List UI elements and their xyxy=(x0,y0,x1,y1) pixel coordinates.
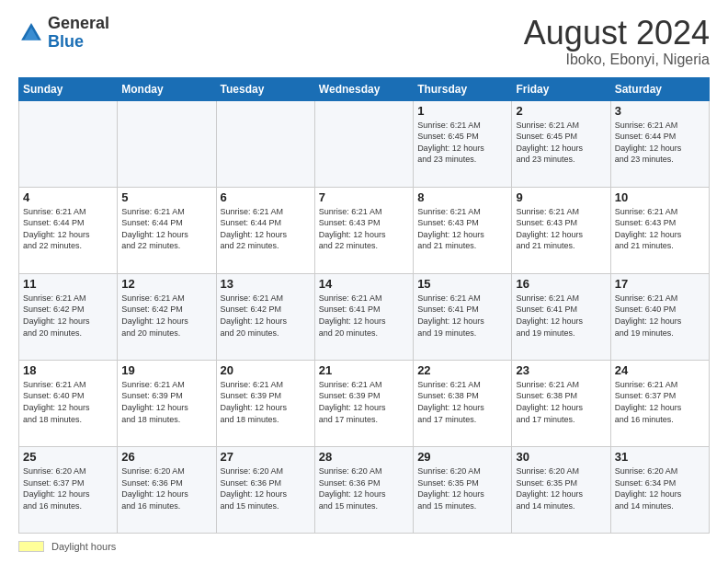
day-cell: 3Sunrise: 6:21 AM Sunset: 6:44 PM Daylig… xyxy=(610,100,709,187)
day-cell: 8Sunrise: 6:21 AM Sunset: 6:43 PM Daylig… xyxy=(414,187,512,273)
weekday-header-thursday: Thursday xyxy=(414,77,512,100)
day-info: Sunrise: 6:20 AM Sunset: 6:35 PM Dayligh… xyxy=(417,465,507,511)
day-info: Sunrise: 6:20 AM Sunset: 6:36 PM Dayligh… xyxy=(221,465,311,511)
day-number: 6 xyxy=(221,190,311,204)
day-info: Sunrise: 6:21 AM Sunset: 6:43 PM Dayligh… xyxy=(516,206,606,252)
weekday-header-friday: Friday xyxy=(512,77,610,100)
day-cell xyxy=(314,100,413,187)
day-info: Sunrise: 6:21 AM Sunset: 6:45 PM Dayligh… xyxy=(516,120,606,166)
day-number: 14 xyxy=(319,277,409,291)
calendar-title: August 2024 xyxy=(524,15,710,52)
day-info: Sunrise: 6:21 AM Sunset: 6:44 PM Dayligh… xyxy=(221,206,311,252)
day-info: Sunrise: 6:21 AM Sunset: 6:40 PM Dayligh… xyxy=(23,379,113,425)
day-cell xyxy=(19,100,118,187)
logo-general: General xyxy=(48,15,109,33)
day-cell: 15Sunrise: 6:21 AM Sunset: 6:41 PM Dayli… xyxy=(414,273,512,360)
day-number: 9 xyxy=(516,190,606,204)
day-cell: 28Sunrise: 6:20 AM Sunset: 6:36 PM Dayli… xyxy=(314,446,413,533)
day-cell: 11Sunrise: 6:21 AM Sunset: 6:42 PM Dayli… xyxy=(19,273,118,360)
day-info: Sunrise: 6:21 AM Sunset: 6:39 PM Dayligh… xyxy=(121,379,211,425)
day-cell: 9Sunrise: 6:21 AM Sunset: 6:43 PM Daylig… xyxy=(512,187,610,273)
day-info: Sunrise: 6:20 AM Sunset: 6:36 PM Dayligh… xyxy=(121,465,211,511)
day-info: Sunrise: 6:21 AM Sunset: 6:42 PM Dayligh… xyxy=(23,293,113,339)
day-cell: 7Sunrise: 6:21 AM Sunset: 6:43 PM Daylig… xyxy=(314,187,413,273)
day-info: Sunrise: 6:21 AM Sunset: 6:44 PM Dayligh… xyxy=(121,206,211,252)
day-info: Sunrise: 6:21 AM Sunset: 6:43 PM Dayligh… xyxy=(417,206,507,252)
day-info: Sunrise: 6:21 AM Sunset: 6:43 PM Dayligh… xyxy=(319,206,409,252)
day-cell: 17Sunrise: 6:21 AM Sunset: 6:40 PM Dayli… xyxy=(610,273,709,360)
weekday-header-row: SundayMondayTuesdayWednesdayThursdayFrid… xyxy=(19,77,710,100)
day-cell: 1Sunrise: 6:21 AM Sunset: 6:45 PM Daylig… xyxy=(414,100,512,187)
day-number: 27 xyxy=(221,450,311,464)
weekday-header-monday: Monday xyxy=(118,77,216,100)
calendar-table: SundayMondayTuesdayWednesdayThursdayFrid… xyxy=(18,77,710,534)
day-number: 29 xyxy=(417,450,507,464)
day-number: 15 xyxy=(417,277,507,291)
day-number: 13 xyxy=(221,277,311,291)
day-number: 3 xyxy=(615,104,705,118)
day-number: 24 xyxy=(615,363,705,377)
day-number: 20 xyxy=(221,363,311,377)
day-number: 10 xyxy=(615,190,705,204)
page: General Blue August 2024 Iboko, Ebonyi, … xyxy=(0,0,728,563)
day-number: 19 xyxy=(121,363,211,377)
day-number: 12 xyxy=(121,277,211,291)
day-info: Sunrise: 6:21 AM Sunset: 6:44 PM Dayligh… xyxy=(615,120,705,166)
day-info: Sunrise: 6:21 AM Sunset: 6:41 PM Dayligh… xyxy=(417,293,507,339)
day-cell: 18Sunrise: 6:21 AM Sunset: 6:40 PM Dayli… xyxy=(19,360,118,446)
day-cell: 16Sunrise: 6:21 AM Sunset: 6:41 PM Dayli… xyxy=(512,273,610,360)
header: General Blue August 2024 Iboko, Ebonyi, … xyxy=(18,15,710,68)
day-number: 25 xyxy=(23,450,113,464)
day-number: 2 xyxy=(516,104,606,118)
day-info: Sunrise: 6:21 AM Sunset: 6:41 PM Dayligh… xyxy=(319,293,409,339)
day-number: 4 xyxy=(23,190,113,204)
day-info: Sunrise: 6:21 AM Sunset: 6:38 PM Dayligh… xyxy=(516,379,606,425)
weekday-header-saturday: Saturday xyxy=(610,77,709,100)
day-info: Sunrise: 6:20 AM Sunset: 6:35 PM Dayligh… xyxy=(516,465,606,511)
day-info: Sunrise: 6:21 AM Sunset: 6:40 PM Dayligh… xyxy=(615,293,705,339)
day-cell: 20Sunrise: 6:21 AM Sunset: 6:39 PM Dayli… xyxy=(216,360,314,446)
day-number: 30 xyxy=(516,450,606,464)
day-cell: 2Sunrise: 6:21 AM Sunset: 6:45 PM Daylig… xyxy=(512,100,610,187)
day-cell: 24Sunrise: 6:21 AM Sunset: 6:37 PM Dayli… xyxy=(610,360,709,446)
day-number: 26 xyxy=(121,450,211,464)
day-cell: 27Sunrise: 6:20 AM Sunset: 6:36 PM Dayli… xyxy=(216,446,314,533)
day-cell: 14Sunrise: 6:21 AM Sunset: 6:41 PM Dayli… xyxy=(314,273,413,360)
day-info: Sunrise: 6:21 AM Sunset: 6:38 PM Dayligh… xyxy=(417,379,507,425)
day-number: 17 xyxy=(615,277,705,291)
day-info: Sunrise: 6:21 AM Sunset: 6:43 PM Dayligh… xyxy=(615,206,705,252)
week-row-4: 18Sunrise: 6:21 AM Sunset: 6:40 PM Dayli… xyxy=(19,360,710,446)
day-cell: 10Sunrise: 6:21 AM Sunset: 6:43 PM Dayli… xyxy=(610,187,709,273)
day-cell: 19Sunrise: 6:21 AM Sunset: 6:39 PM Dayli… xyxy=(118,360,216,446)
day-info: Sunrise: 6:21 AM Sunset: 6:37 PM Dayligh… xyxy=(615,379,705,425)
title-block: August 2024 Iboko, Ebonyi, Nigeria xyxy=(524,15,710,68)
day-info: Sunrise: 6:21 AM Sunset: 6:45 PM Dayligh… xyxy=(417,120,507,166)
logo: General Blue xyxy=(18,15,109,52)
day-info: Sunrise: 6:20 AM Sunset: 6:34 PM Dayligh… xyxy=(615,465,705,511)
day-info: Sunrise: 6:21 AM Sunset: 6:42 PM Dayligh… xyxy=(121,293,211,339)
week-row-5: 25Sunrise: 6:20 AM Sunset: 6:37 PM Dayli… xyxy=(19,446,710,533)
logo-blue: Blue xyxy=(48,33,109,52)
day-cell: 12Sunrise: 6:21 AM Sunset: 6:42 PM Dayli… xyxy=(118,273,216,360)
day-info: Sunrise: 6:21 AM Sunset: 6:44 PM Dayligh… xyxy=(23,206,113,252)
day-number: 11 xyxy=(23,277,113,291)
day-cell: 31Sunrise: 6:20 AM Sunset: 6:34 PM Dayli… xyxy=(610,446,709,533)
day-cell xyxy=(118,100,216,187)
day-number: 8 xyxy=(417,190,507,204)
day-cell: 22Sunrise: 6:21 AM Sunset: 6:38 PM Dayli… xyxy=(414,360,512,446)
day-number: 1 xyxy=(417,104,507,118)
week-row-3: 11Sunrise: 6:21 AM Sunset: 6:42 PM Dayli… xyxy=(19,273,710,360)
day-number: 18 xyxy=(23,363,113,377)
day-cell: 4Sunrise: 6:21 AM Sunset: 6:44 PM Daylig… xyxy=(19,187,118,273)
day-cell: 25Sunrise: 6:20 AM Sunset: 6:37 PM Dayli… xyxy=(19,446,118,533)
weekday-header-sunday: Sunday xyxy=(19,77,118,100)
day-number: 23 xyxy=(516,363,606,377)
day-info: Sunrise: 6:21 AM Sunset: 6:39 PM Dayligh… xyxy=(221,379,311,425)
day-number: 5 xyxy=(121,190,211,204)
daylight-label: Daylight hours xyxy=(51,541,116,552)
day-info: Sunrise: 6:21 AM Sunset: 6:41 PM Dayligh… xyxy=(516,293,606,339)
footer: Daylight hours xyxy=(18,541,710,552)
day-cell: 30Sunrise: 6:20 AM Sunset: 6:35 PM Dayli… xyxy=(512,446,610,533)
day-cell xyxy=(216,100,314,187)
week-row-2: 4Sunrise: 6:21 AM Sunset: 6:44 PM Daylig… xyxy=(19,187,710,273)
